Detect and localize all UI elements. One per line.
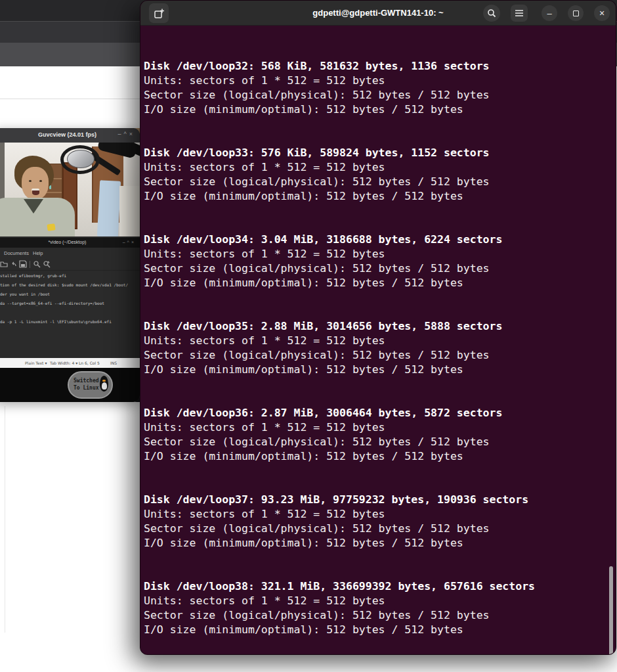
undo-icon[interactable] [10,260,18,268]
hamburger-menu-icon [515,9,524,17]
watermark-text: SwitchedTo Linux [74,377,99,392]
terminal-scrollbar[interactable] [609,566,613,655]
disk-detail-line: I/O size (minimum/optimal): 512 bytes / … [144,102,535,117]
disk-detail-line: I/O size (minimum/optimal): 512 bytes / … [144,449,535,464]
disk-detail-line: Units: sectors of 1 * 512 = 512 bytes [144,334,535,348]
disk-detail-line: Sector size (logical/physical): 512 byte… [144,175,535,189]
minimize-icon: – [547,9,551,18]
tab-width-selector[interactable]: Tab Width: 4 ▾ [50,361,77,365]
disk-header-line: Disk /dev/loop36: 2.87 MiB, 3006464 byte… [144,406,535,420]
disk-detail-line: Sector size (logical/physical): 512 byte… [144,522,535,536]
disk-header-line: Disk /dev/loop33: 576 KiB, 589824 bytes,… [144,146,535,160]
disk-detail-line: I/O size (minimum/optimal): 512 bytes / … [144,363,535,377]
fdisk-output-block: Disk /dev/loop33: 576 KiB, 589824 bytes,… [144,146,535,204]
disk-detail-line: I/O size (minimum/optimal): 512 bytes / … [144,536,535,550]
cursor-position: Ln 6, Col 5 [79,361,100,365]
disk-header-line: Disk /dev/loop32: 568 KiB, 581632 bytes,… [144,59,535,74]
disk-detail-line: Units: sectors of 1 * 512 = 512 bytes [144,74,535,88]
minimize-icon: – [117,131,123,137]
disk-detail-line: Units: sectors of 1 * 512 = 512 bytes [144,594,535,608]
microphone-icon [67,150,95,168]
insert-mode: INS [110,361,117,365]
webcam-video [0,143,140,236]
disk-detail-line: Units: sectors of 1 * 512 = 512 bytes [144,160,535,175]
menu-documents[interactable]: Documents [4,250,29,256]
terminal-window: gdpetti@gdpetti-GWTN141-10: ~ – × Disk /… [140,0,616,655]
editor-window-controls: –^× [123,240,136,244]
close-icon: × [131,240,136,244]
find-icon[interactable] [33,260,41,268]
maximize-button[interactable] [568,5,584,21]
editor-title: *video (~/Desktop) [49,240,87,244]
screen: Guvcview (24.01 fps) –^× [0,0,617,672]
disk-detail-line: Sector size (logical/physical): 512 byte… [144,608,535,623]
replace-icon[interactable] [43,260,51,268]
disk-detail-line: Sector size (logical/physical): 512 byte… [144,261,535,276]
video-letterbox: SwitchedTo Linux [0,368,140,402]
tux-penguin-icon [98,374,110,394]
save-icon[interactable] [19,260,27,268]
disk-detail-line: Sector size (logical/physical): 512 byte… [144,435,535,449]
disk-detail-line: Sector size (logical/physical): 512 byte… [144,348,535,363]
editor-text-area[interactable]: stalled efibootmgr, grub-efition of the … [0,273,138,328]
disk-detail-line: Units: sectors of 1 * 512 = 512 bytes [144,247,535,261]
text-editor-window: *video (~/Desktop) –^× s Documents Help … [0,238,140,368]
webcam-appliance [119,186,140,236]
editor-line [0,310,138,319]
guvcview-titlebar: Guvcview (24.01 fps) –^× [0,128,140,143]
disk-header-line: Disk /dev/loop38: 321.1 MiB, 336699392 b… [144,579,535,594]
search-icon [487,9,496,18]
close-icon: × [129,131,135,137]
editor-menubar: s Documents Help [0,248,140,258]
page-divider [0,99,140,99]
minimize-button[interactable]: – [542,5,557,21]
close-icon: × [599,8,605,18]
close-button[interactable]: × [594,5,610,21]
disk-header-line: Disk /dev/loop35: 2.88 MiB, 3014656 byte… [144,319,535,334]
editor-line: da --target=x86_64-efi --efi-directory=/… [0,301,138,310]
person-mouth [32,190,39,195]
fdisk-output-block: Disk /dev/loop35: 2.88 MiB, 3014656 byte… [144,319,535,377]
guvcview-window-controls: –^× [117,131,135,137]
disk-detail-line: Units: sectors of 1 * 512 = 512 bytes [144,507,535,522]
webcam-blue-panel [97,180,121,236]
menu-help[interactable]: Help [33,250,43,256]
maximize-icon [573,11,579,16]
fdisk-output-block: Disk /dev/loop38: 321.1 MiB, 336699392 b… [144,579,535,637]
minimize-icon: – [123,240,127,244]
language-selector[interactable]: Plain Text ▾ [25,361,47,365]
editor-titlebar: *video (~/Desktop) –^× [0,238,140,248]
editor-toolbar [0,258,140,271]
person-eye [29,180,32,182]
fdisk-output-block: Disk /dev/loop36: 2.87 MiB, 3006464 byte… [144,406,535,464]
toolbar-separator [30,261,30,268]
fdisk-output-block: Disk /dev/loop34: 3.04 MiB, 3186688 byte… [144,233,535,290]
terminal-headerbar[interactable]: gdpetti@gdpetti-GWTN141-10: ~ – × [140,1,616,26]
disk-header-line: Disk /dev/loop34: 3.04 MiB, 3186688 byte… [144,233,535,247]
open-icon[interactable] [0,260,8,268]
editor-line: stalled efibootmgr, grub-efi [0,273,138,282]
page-edge-line [5,406,5,633]
video-player[interactable]: Guvcview (24.01 fps) –^× [0,128,140,402]
switched-to-linux-logo: SwitchedTo Linux [68,371,113,399]
fdisk-output-block: Disk /dev/loop37: 93.23 MiB, 97759232 by… [144,493,535,550]
editor-line: da -p 1 -L linuxmint -l \EFI\ubuntu\grub… [0,319,138,328]
shirt-badge [47,223,55,231]
disk-detail-line: I/O size (minimum/optimal): 512 bytes / … [144,276,535,290]
fdisk-output-block: Disk /dev/loop32: 568 KiB, 581632 bytes,… [144,59,535,117]
disk-detail-line: Units: sectors of 1 * 512 = 512 bytes [144,420,535,435]
disk-detail-line: Sector size (logical/physical): 512 byte… [144,88,535,102]
search-button[interactable] [483,5,500,22]
editor-line: der you want in /boot [0,292,138,301]
terminal-output: Disk /dev/loop32: 568 KiB, 581632 bytes,… [144,59,535,655]
maximize-icon: ^ [124,131,129,137]
disk-detail-line: I/O size (minimum/optimal): 512 bytes / … [144,189,535,204]
editor-statusbar: Plain Text ▾ Tab Width: 4 ▾ Ln 6, Col 5 … [0,358,140,368]
disk-header-line: Disk /dev/loop37: 93.23 MiB, 97759232 by… [144,493,535,507]
menu-button[interactable] [511,5,528,22]
disk-detail-line: I/O size (minimum/optimal): 512 bytes / … [144,623,535,637]
editor-line: tion of the desired disk: $sudo mount /d… [0,282,138,292]
person-eye [39,180,42,182]
terminal-content[interactable]: Disk /dev/loop32: 568 KiB, 581632 bytes,… [140,26,616,655]
